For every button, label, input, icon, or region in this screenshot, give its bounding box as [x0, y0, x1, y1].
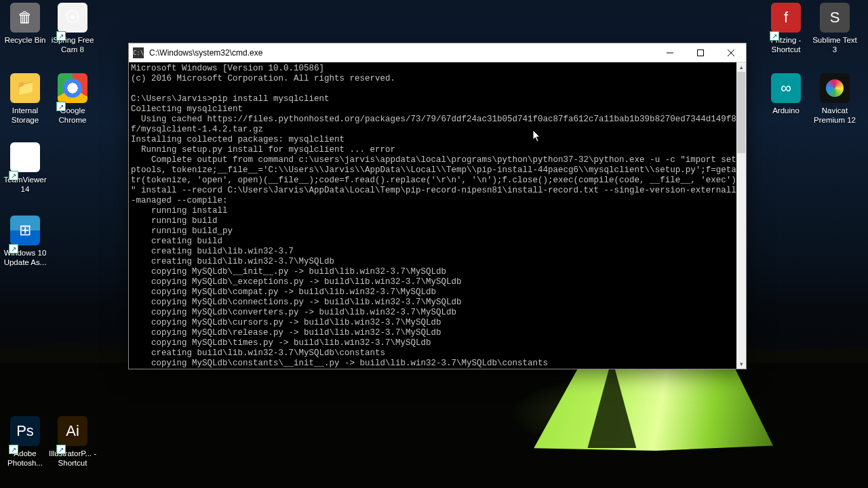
desktop-icon-label: Recycle Bin: [0, 35, 50, 45]
scroll-up-button[interactable]: ▴: [736, 62, 746, 72]
sublime-text-3-icon: S: [820, 3, 850, 33]
desktop-icon-label: Internal Storage: [0, 106, 50, 125]
desktop-icon-label: Google Chrome: [47, 106, 98, 125]
desktop-icon-windows-10-update[interactable]: ⊞Windows 10 Update As...↗: [0, 216, 50, 267]
desktop-icon-google-chrome[interactable]: Google Chrome↗: [47, 73, 98, 125]
shortcut-arrow-icon: ↗: [770, 31, 779, 41]
cmd-titlebar[interactable]: C:\ C:\Windows\system32\cmd.exe: [129, 43, 746, 62]
shortcut-arrow-icon: ↗: [9, 171, 18, 180]
desktop-icon-navicat-premium-12[interactable]: Navicat Premium 12: [810, 73, 860, 125]
cmd-client-area: Microsoft Windows [Version 10.0.10586] (…: [129, 62, 746, 369]
shortcut-arrow-icon: ↗: [56, 445, 66, 454]
close-button[interactable]: [715, 43, 746, 62]
teamviewer-14-icon: ⇆: [10, 142, 40, 172]
desktop-icon-recycle-bin[interactable]: 🗑Recycle Bin: [0, 3, 50, 45]
desktop-icon-label: Windows 10 Update As...: [0, 248, 50, 267]
internal-storage-icon: 📁: [10, 73, 40, 103]
shortcut-arrow-icon: ↗: [9, 445, 18, 454]
fritzing-shortcut-icon: f: [771, 3, 801, 33]
desktop-icon-label: Adobe Photosh...: [0, 449, 50, 468]
navicat-premium-12-icon: [820, 73, 850, 103]
shortcut-arrow-icon: ↗: [9, 244, 18, 253]
desktop-icon-fritzing-shortcut[interactable]: fFritzing - Shortcut↗: [761, 3, 811, 54]
arduino-icon: ∞: [771, 73, 801, 103]
cmd-window-title: C:\Windows\system32\cmd.exe: [149, 48, 654, 58]
desktop-icon-label: IllustratorP... - Shortcut: [47, 449, 98, 468]
shortcut-arrow-icon: ↗: [56, 31, 66, 41]
windows-10-update-icon: ⊞: [10, 216, 40, 245]
scroll-thumb[interactable]: [737, 72, 745, 153]
desktop-icon-ispring-free-cam[interactable]: ⦿iSpring Free Cam 8↗: [47, 3, 98, 54]
shortcut-arrow-icon: ↗: [56, 102, 66, 111]
terminal-output[interactable]: Microsoft Windows [Version 10.0.10586] (…: [129, 62, 736, 369]
desktop-icon-arduino[interactable]: ∞Arduino: [761, 73, 811, 115]
scroll-down-button[interactable]: ▾: [736, 359, 746, 369]
desktop-icon-label: TeamViewer 14: [0, 175, 50, 194]
google-chrome-icon: [58, 73, 87, 103]
desktop-icon-label: Arduino: [761, 106, 811, 115]
minimize-button[interactable]: [654, 43, 685, 62]
maximize-button[interactable]: [685, 43, 715, 62]
desktop-icon-teamviewer-14[interactable]: ⇆TeamViewer 14↗: [0, 142, 50, 194]
illustrator-shortcut-icon: Ai: [58, 416, 87, 446]
desktop-icon-label: Fritzing - Shortcut: [761, 35, 811, 54]
desktop-icon-label: Navicat Premium 12: [810, 106, 860, 125]
ispring-free-cam-icon: ⦿: [58, 3, 87, 33]
cmd-window[interactable]: C:\ C:\Windows\system32\cmd.exe Microsof…: [128, 43, 747, 369]
cmd-app-icon: C:\: [133, 47, 144, 58]
desktop-icon-sublime-text-3[interactable]: SSublime Text 3: [810, 3, 860, 54]
desktop-icon-adobe-photoshop[interactable]: PsAdobe Photosh...↗: [0, 416, 50, 468]
desktop-icon-internal-storage[interactable]: 📁Internal Storage: [0, 73, 50, 125]
vertical-scrollbar[interactable]: ▴ ▾: [736, 62, 746, 369]
recycle-bin-icon: 🗑: [10, 3, 40, 33]
adobe-photoshop-icon: Ps: [10, 416, 40, 446]
mouse-cursor-icon: [533, 130, 541, 142]
desktop-icon-label: Sublime Text 3: [810, 35, 860, 54]
desktop-icon-label: iSpring Free Cam 8: [47, 35, 98, 54]
desktop-icon-illustrator-shortcut[interactable]: AiIllustratorP... - Shortcut↗: [47, 416, 98, 468]
svg-rect-0: [697, 49, 703, 56]
